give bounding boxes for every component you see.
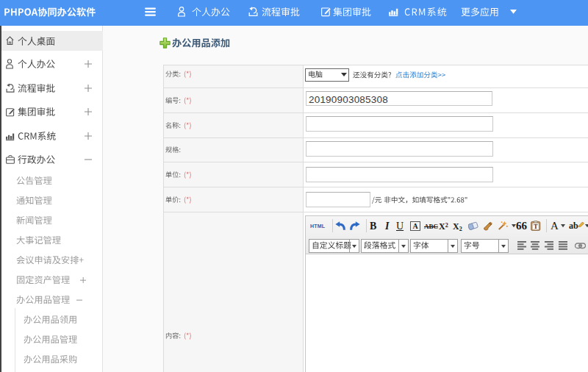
svg-text:T: T: [534, 223, 538, 230]
